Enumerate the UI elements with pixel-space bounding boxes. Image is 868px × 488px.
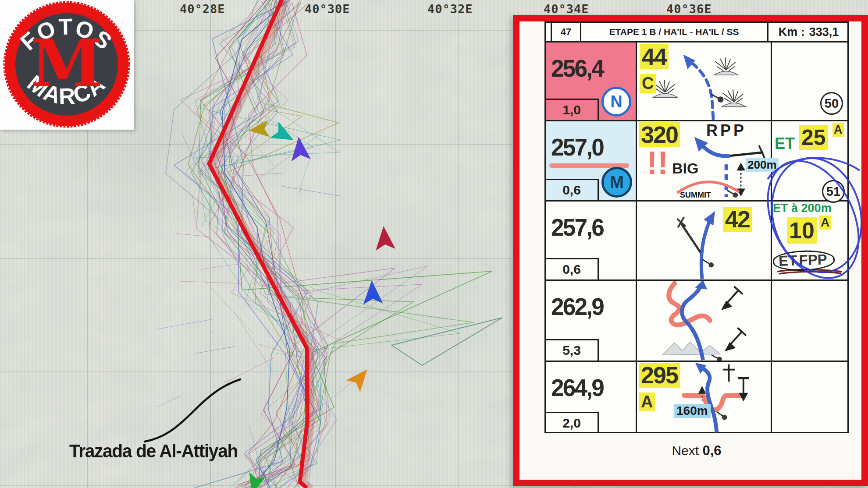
- row5-notes-cell: [772, 362, 850, 433]
- km-value: 333,1: [809, 25, 839, 39]
- row2-rpp-label: RPP: [706, 121, 747, 140]
- row4-km: 262,9: [551, 292, 603, 321]
- row2-summit-label: SUMMIT: [680, 191, 711, 200]
- row2-waypoint-number: 51: [822, 180, 845, 203]
- row3-number-sup: A: [819, 216, 831, 230]
- row2-tulip-cell: 320 RPP !! BIG 200m SUMMIT: [637, 121, 771, 200]
- row1-km: 256,4: [551, 54, 603, 82]
- row3-cap-heading: 42: [723, 207, 752, 232]
- row2-notes-cell: ET 25 A 51: [772, 121, 850, 200]
- meridian-label-2: 40°30E: [305, 2, 350, 16]
- row1-waypoint-number: 50: [820, 92, 843, 115]
- row2-marker-badge: M: [601, 167, 632, 198]
- fotos-marca-logo: FOTOS MARCA M: [0, 0, 134, 130]
- row1-cap-heading: 44: [640, 44, 669, 69]
- page-number: 47: [551, 23, 581, 41]
- row2-danger-marks: !!: [647, 144, 668, 181]
- row2-et-number: 25: [799, 125, 828, 150]
- row4-distance-cell: 262,9 5,3: [546, 281, 636, 361]
- meridian-label-4: 40°34E: [544, 2, 589, 16]
- row3-at: à: [791, 202, 798, 215]
- row5-cap-sub: A: [639, 393, 655, 411]
- row3-fpp-note: ET FPP: [773, 251, 846, 276]
- row5-cap-heading: 295: [639, 363, 680, 388]
- row3-km: 257,6: [551, 213, 603, 241]
- row2-interval: 0,6: [546, 179, 599, 200]
- row2-et-label: ET: [775, 134, 795, 153]
- row3-distance-cell: 257,6 0,6: [546, 202, 636, 279]
- row2-big-label: BIG: [672, 160, 698, 177]
- row3-et: ET: [773, 202, 788, 215]
- row2-et-sup: A: [832, 123, 844, 137]
- row1-tulip-cell: 44 C: [637, 42, 771, 120]
- meridian-label-5: 40°36E: [666, 2, 712, 16]
- row5-distance-cell: 264,9 2,0: [546, 362, 636, 433]
- row1-notes-cell: 50: [772, 42, 850, 120]
- meridian-label-3: 40°32E: [427, 2, 473, 16]
- stage-title: ETAPE 1 B / HA'IL - HA'IL / SS: [581, 23, 767, 41]
- row1-cap-sub: C: [640, 74, 656, 93]
- meridian-label-1: 40°28E: [180, 2, 225, 16]
- row1-distance-cell: 256,4 1,0 N: [546, 42, 636, 120]
- row2-distance-cell: 257,0 0,6 M: [546, 121, 636, 200]
- row3-et-note: ET à 200m: [773, 202, 832, 215]
- logo-letter-m: M: [30, 25, 103, 102]
- row3-interval: 0,6: [546, 258, 599, 279]
- next-distance-footer: Next 0,6: [544, 443, 849, 459]
- row2-cap-heading: 320: [639, 122, 680, 147]
- row3-fpp-oval: ET FPP: [772, 250, 835, 272]
- row5-interval: 2,0: [546, 412, 599, 433]
- row3-tulip-cell: 42: [637, 202, 771, 279]
- row1-interval: 1,0: [546, 99, 599, 120]
- row5-km: 264,9: [551, 373, 603, 402]
- km-label: Km :: [779, 25, 805, 39]
- row3-number: 10: [787, 217, 817, 244]
- row3-fpp-label: FPP: [799, 251, 827, 268]
- next-label: Next: [672, 443, 699, 458]
- roadbook-table: 47 ETAPE 1 B / HA'IL - HA'IL / SS Km : 3…: [544, 21, 849, 433]
- logo-badge: FOTOS MARCA M: [0, 0, 134, 130]
- route-annotation-text: Trazada de Al-Attiyah: [69, 440, 238, 462]
- news-graphic: 40°28E 40°30E 40°32E 40°34E 40°36E Traza…: [0, 0, 868, 488]
- row4-notes-cell: [772, 281, 850, 361]
- total-km-box: Km : 333,1: [768, 23, 849, 41]
- row1-north-badge: N: [601, 87, 631, 117]
- next-value: 0,6: [702, 443, 721, 458]
- row2-km: 257,0: [551, 133, 603, 161]
- row4-interval: 5,3: [546, 339, 599, 361]
- row5-distance-note: 160m: [674, 404, 711, 418]
- row4-tulip-cell: [637, 281, 771, 361]
- row4-tulip-drawing: [637, 281, 771, 361]
- roadbook-panel: 47 ETAPE 1 B / HA'IL - HA'IL / SS Km : 3…: [513, 15, 868, 486]
- row3-fpp-et: ET: [778, 252, 797, 269]
- row5-tulip-cell: 295 A 160m: [637, 362, 771, 433]
- row3-notes-cell: ET à 200m 10 A ET FPP: [772, 202, 850, 279]
- row3-dist: 200m: [801, 202, 832, 215]
